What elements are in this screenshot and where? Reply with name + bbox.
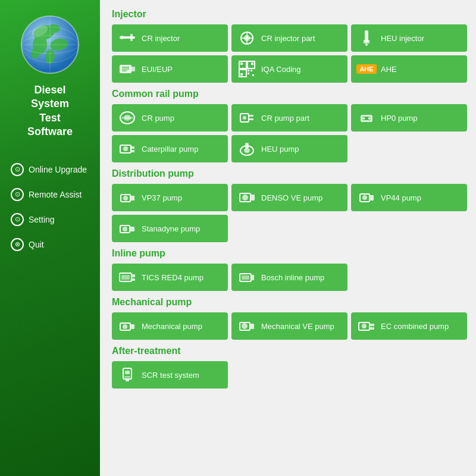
svg-point-55 xyxy=(244,148,250,153)
svg-rect-52 xyxy=(131,146,134,149)
svg-rect-74 xyxy=(242,275,249,280)
online-upgrade-label: Online Upgrade xyxy=(29,165,87,174)
remote-assist-icon: ⊙ xyxy=(11,188,24,201)
svg-rect-37 xyxy=(248,73,249,74)
tics-red4-pump-label: TICS RED4 pump xyxy=(142,273,203,282)
setting-icon: ⊙ xyxy=(11,213,24,226)
svg-point-51 xyxy=(123,146,128,151)
heu-injector-icon xyxy=(357,29,376,48)
svg-rect-45 xyxy=(249,118,253,120)
iqa-coding-label: IQA Coding xyxy=(261,65,301,74)
svg-rect-36 xyxy=(250,70,252,71)
vp37-pump-icon xyxy=(118,188,137,207)
sidebar-item-remote-assist[interactable]: ⊙ Remote Assist xyxy=(0,182,100,207)
hp0-pump-label: HP0 pump xyxy=(381,114,417,123)
vp37-pump-cell[interactable]: VP37 pump xyxy=(112,184,228,211)
cr-pump-label: CR pump xyxy=(142,114,174,123)
svg-point-80 xyxy=(242,323,248,329)
cr-pump-cell[interactable]: CR pump xyxy=(112,104,228,131)
cr-injector-icon xyxy=(118,29,137,48)
svg-point-77 xyxy=(123,324,127,329)
svg-rect-41 xyxy=(121,117,133,119)
scr-test-system-label: SCR test system xyxy=(142,371,199,380)
bosch-inline-pump-cell[interactable]: Bosch inline pump xyxy=(231,264,347,291)
mechanical-pump-icon xyxy=(118,317,137,336)
svg-rect-89 xyxy=(126,379,129,381)
ec-combined-pump-cell[interactable]: EC combined pump xyxy=(351,312,467,340)
heu-pump-cell[interactable]: HEU pump xyxy=(231,135,347,162)
heu-injector-cell[interactable]: HEU injector xyxy=(351,24,467,52)
sidebar: DieselSystemTestSoftware ⊙ Online Upgrad… xyxy=(0,0,100,476)
stanadyne-pump-cell[interactable]: Stanadyne pump xyxy=(112,215,228,242)
svg-rect-84 xyxy=(369,324,374,326)
cr-pump-part-label: CR pump part xyxy=(261,114,309,123)
app-title: DieselSystemTestSoftware xyxy=(21,83,79,139)
cr-pump-part-cell[interactable]: CR pump part xyxy=(231,104,347,131)
cr-pump-part-icon xyxy=(237,108,256,127)
tics-red4-pump-cell[interactable]: TICS RED4 pump xyxy=(112,264,228,291)
svg-rect-70 xyxy=(121,275,130,280)
svg-rect-71 xyxy=(131,274,135,277)
mechanical-ve-pump-cell[interactable]: Mechanical VE pump xyxy=(231,312,347,340)
svg-rect-34 xyxy=(240,73,243,76)
distribution-row-1: VP37 pump DENSO VE pump VP44 pump xyxy=(112,184,467,211)
main-content: Injector CR injector CR injector part HE… xyxy=(100,0,476,476)
svg-rect-15 xyxy=(130,34,133,41)
svg-point-61 xyxy=(242,195,248,201)
svg-rect-33 xyxy=(251,62,253,65)
vp37-pump-label: VP37 pump xyxy=(142,193,182,202)
svg-rect-68 xyxy=(130,227,134,231)
section-title-common-rail-pump: Common rail pump xyxy=(112,89,467,99)
hp0-pump-cell[interactable]: HP0 pump xyxy=(351,104,467,131)
bosch-inline-pump-label: Bosch inline pump xyxy=(261,273,324,282)
scr-test-system-cell[interactable]: SCR test system xyxy=(112,361,228,389)
setting-label: Setting xyxy=(29,215,55,224)
ahe-label: AHE xyxy=(381,65,397,74)
svg-rect-88 xyxy=(124,376,130,378)
svg-rect-44 xyxy=(249,115,253,117)
ahe-cell[interactable]: AHE AHE xyxy=(351,55,467,83)
svg-rect-65 xyxy=(369,195,374,201)
eui-eup-icon xyxy=(118,60,137,79)
svg-rect-62 xyxy=(250,195,255,201)
sidebar-item-setting[interactable]: ⊙ Setting xyxy=(0,207,100,232)
after-treatment-row-1: SCR test system xyxy=(112,361,467,389)
sidebar-item-online-upgrade[interactable]: ⊙ Online Upgrade xyxy=(0,157,100,182)
ec-combined-pump-icon xyxy=(357,317,376,336)
svg-rect-25 xyxy=(131,67,135,71)
svg-point-67 xyxy=(123,227,127,231)
iqa-coding-icon xyxy=(237,60,256,79)
svg-rect-22 xyxy=(364,40,369,43)
injector-row-1: CR injector CR injector part HEU injecto… xyxy=(112,24,467,52)
iqa-coding-cell[interactable]: IQA Coding xyxy=(231,55,347,83)
inline-row-1: TICS RED4 pump Bosch inline pump xyxy=(112,264,467,291)
denso-ve-pump-icon xyxy=(237,188,256,207)
eui-eup-label: EUI/EUP xyxy=(142,65,173,74)
cr-injector-cell[interactable]: CR injector xyxy=(112,24,228,52)
sidebar-item-quit[interactable]: ⊗ Quit xyxy=(0,232,100,257)
svg-point-83 xyxy=(362,324,367,328)
inline-empty-1 xyxy=(351,264,467,291)
online-upgrade-icon: ⊙ xyxy=(11,163,24,176)
svg-rect-75 xyxy=(251,275,254,280)
svg-rect-35 xyxy=(248,70,249,71)
svg-rect-53 xyxy=(131,150,134,152)
denso-ve-pump-label: DENSO VE pump xyxy=(261,193,322,202)
denso-ve-pump-cell[interactable]: DENSO VE pump xyxy=(231,184,347,211)
stanadyne-pump-icon xyxy=(118,219,137,238)
sidebar-menu: ⊙ Online Upgrade ⊙ Remote Assist ⊙ Setti… xyxy=(0,157,100,257)
mechanical-pump-cell[interactable]: Mechanical pump xyxy=(112,312,228,340)
cr-injector-part-cell[interactable]: CR injector part xyxy=(231,24,347,52)
svg-point-48 xyxy=(362,117,365,120)
svg-point-58 xyxy=(123,196,128,201)
vp44-pump-cell[interactable]: VP44 pump xyxy=(351,184,467,211)
eui-eup-cell[interactable]: EUI/EUP xyxy=(112,55,228,83)
section-title-distribution-pump: Distribution pump xyxy=(112,168,467,179)
svg-rect-78 xyxy=(130,324,134,329)
section-title-mechanical-pump: Mechanical pump xyxy=(112,297,467,308)
mechanical-ve-pump-icon xyxy=(237,317,256,336)
mechanical-pump-label: Mechanical pump xyxy=(142,322,202,331)
cr-injector-part-icon xyxy=(237,29,256,48)
quit-icon: ⊗ xyxy=(11,238,24,251)
caterpillar-pump-cell[interactable]: Caterpillar pump xyxy=(112,135,228,162)
